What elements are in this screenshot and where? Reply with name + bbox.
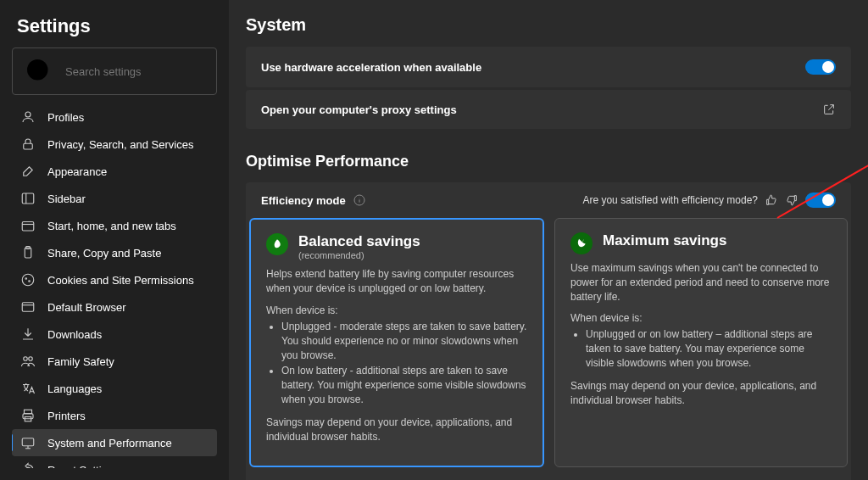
system-heading: System [246,15,851,35]
sidebar-item-label: Appearance [47,165,107,178]
maximum-title: Maximum savings [603,232,726,249]
sidebar-item-label: Share, Copy and Paste [47,247,161,260]
svg-rect-4 [22,193,34,204]
balanced-bullet2: On low battery - additional steps are ta… [281,364,527,406]
optimise-heading: Optimise Performance [246,153,851,170]
efficiency-mode-toggle[interactable] [805,193,836,208]
main-content: System Use hardware acceleration when av… [229,0,868,480]
settings-sidebar: Settings Profiles Privacy, Search, and S… [0,0,229,480]
efficiency-mode-header: Efficiency mode Are you satisfied with e… [246,182,851,218]
sidebar-item-appearance[interactable]: Appearance [12,158,217,185]
svg-point-0 [27,59,48,81]
efficiency-mode-cards: Balanced savings (recommended) Helps ext… [246,218,851,479]
leaf-icon [266,233,288,255]
sidebar-item-cookies[interactable]: Cookies and Site Permissions [12,266,217,293]
svg-rect-17 [25,410,32,414]
sidebar-item-system-performance[interactable]: System and Performance [12,429,217,456]
search-input[interactable] [65,65,208,78]
sidebar-item-label: Printers [47,410,86,422]
sidebar-item-label: Start, home, and new tabs [47,220,176,232]
sidebar-item-label: Cookies and Site Permissions [47,274,194,287]
sidebar-item-default-browser[interactable]: Default Browser [12,293,217,321]
sidebar-item-family[interactable]: Family Safety [12,348,217,375]
sidebar-item-profiles[interactable]: Profiles [12,103,217,131]
sidebar-item-reset[interactable]: Reset Settings [12,456,217,468]
language-icon [20,381,36,396]
maximum-savings-card[interactable]: Maximum savings Use maximum savings when… [554,218,848,467]
sidebar-item-label: Languages [47,382,102,395]
system-icon [20,435,36,450]
cookie-icon [20,272,36,287]
maximum-footer: Savings may depend on your device, appli… [570,379,832,408]
balanced-bullet1: Unplugged - moderate steps are taken to … [281,320,527,362]
sidebar-item-label: Profiles [47,111,84,124]
svg-rect-6 [22,222,34,232]
reset-icon [20,462,36,468]
leaf-icon [570,232,593,254]
search-icon [21,53,57,89]
tabs-icon [20,218,36,233]
efficiency-mode-label: Efficiency mode [261,194,346,207]
sidebar-item-languages[interactable]: Languages [12,375,217,402]
proxy-settings-label: Open your computer's proxy settings [261,103,457,116]
svg-rect-13 [22,303,34,312]
thumbs-down-icon[interactable] [785,193,798,207]
sidebar-item-share[interactable]: Share, Copy and Paste [12,239,217,266]
sidebar-item-privacy[interactable]: Privacy, Search, and Services [12,131,217,158]
sidebar-item-label: Privacy, Search, and Services [47,138,193,151]
efficiency-mode-panel: Efficiency mode Are you satisfied with e… [246,182,851,480]
hardware-acceleration-toggle[interactable] [805,59,836,75]
balanced-title: Balanced savings [298,233,420,250]
clipboard-icon [20,245,36,260]
balanced-desc: Helps extend battery life by saving comp… [266,267,527,296]
hardware-acceleration-row: Use hardware acceleration when available [246,47,851,87]
svg-line-1 [45,77,53,85]
svg-point-10 [22,274,34,286]
maximum-desc: Use maximum savings when you can't be co… [570,261,832,304]
balanced-footer: Savings may depend on your device, appli… [266,416,527,444]
panel-icon [20,191,36,206]
maximum-when-label: When device is: [570,312,832,324]
svg-point-11 [25,278,27,280]
download-icon [20,327,36,342]
printer-icon [20,408,36,423]
sidebar-item-printers[interactable]: Printers [12,402,217,429]
lock-icon [20,137,36,152]
sidebar-item-downloads[interactable]: Downloads [12,321,217,348]
svg-point-2 [25,112,31,117]
sidebar-item-label: Sidebar [47,193,86,205]
external-link-icon [822,103,836,116]
svg-rect-20 [22,438,34,446]
settings-title: Settings [12,15,217,37]
efficiency-feedback-question: Are you satisfied with efficiency mode? [582,194,758,206]
maximum-bullet1: Unplugged or on low battery – additional… [586,327,832,370]
balanced-subtitle: (recommended) [298,250,420,260]
sidebar-item-sidebar[interactable]: Sidebar [12,185,217,212]
people-icon [20,354,36,369]
hardware-acceleration-label: Use hardware acceleration when available [261,61,481,74]
sidebar-item-label: Downloads [47,328,102,341]
sidebar-item-label: Reset Settings [47,464,120,469]
balanced-when-label: When device is: [266,304,527,316]
sidebar-item-label: System and Performance [47,437,172,449]
window-icon [20,299,36,315]
sidebar-item-label: Default Browser [47,301,125,314]
info-icon[interactable] [353,193,366,207]
svg-rect-3 [24,143,33,149]
search-box[interactable] [12,47,217,95]
proxy-settings-row[interactable]: Open your computer's proxy settings [246,90,851,129]
svg-point-15 [24,357,28,361]
thumbs-up-icon[interactable] [765,193,778,207]
profile-icon [20,109,36,125]
sidebar-item-label: Family Safety [47,355,114,368]
svg-point-12 [29,281,31,282]
sidebar-item-start[interactable]: Start, home, and new tabs [12,212,217,239]
svg-point-16 [29,357,33,361]
sidebar-nav: Profiles Privacy, Search, and Services A… [12,103,217,468]
paint-icon [20,164,36,179]
balanced-savings-card[interactable]: Balanced savings (recommended) Helps ext… [249,218,544,467]
